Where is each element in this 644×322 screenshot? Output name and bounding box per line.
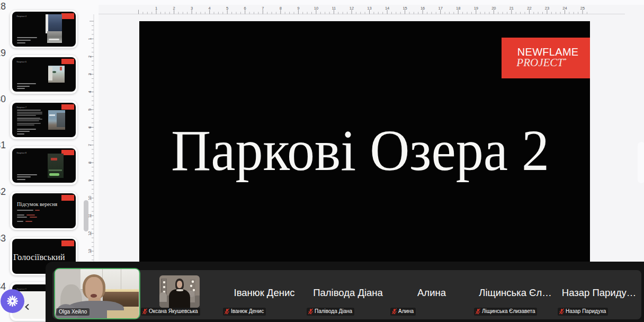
svg-text:9: 9 xyxy=(297,6,299,11)
svg-text:23: 23 xyxy=(545,6,549,11)
svg-text:25: 25 xyxy=(580,6,585,11)
svg-text:24: 24 xyxy=(562,6,567,11)
svg-text:21: 21 xyxy=(509,6,514,11)
svg-text:10: 10 xyxy=(87,196,92,200)
svg-text:20: 20 xyxy=(491,6,496,11)
svg-text:16: 16 xyxy=(421,6,425,11)
svg-text:1: 1 xyxy=(87,38,92,40)
svg-text:6: 6 xyxy=(244,6,246,11)
svg-text:5: 5 xyxy=(226,6,228,11)
svg-text:1: 1 xyxy=(155,6,157,11)
svg-text:13: 13 xyxy=(367,6,371,11)
svg-text:14: 14 xyxy=(385,6,389,11)
svg-text:13: 13 xyxy=(87,249,92,253)
svg-text:8: 8 xyxy=(280,6,282,11)
svg-text:6: 6 xyxy=(87,126,92,128)
svg-text:18: 18 xyxy=(456,6,460,11)
svg-text:8: 8 xyxy=(87,162,92,164)
svg-text:3: 3 xyxy=(191,6,193,11)
svg-text:2: 2 xyxy=(87,56,92,58)
svg-text:11: 11 xyxy=(332,6,336,11)
svg-text:3: 3 xyxy=(87,73,92,75)
svg-text:7: 7 xyxy=(262,6,264,11)
svg-text:11: 11 xyxy=(87,214,92,218)
svg-text:12: 12 xyxy=(87,231,92,236)
svg-text:4: 4 xyxy=(87,91,92,93)
svg-text:22: 22 xyxy=(527,6,531,11)
svg-text:5: 5 xyxy=(87,109,92,111)
svg-text:7: 7 xyxy=(87,144,92,146)
svg-text:10: 10 xyxy=(314,6,318,11)
svg-text:12: 12 xyxy=(350,6,354,11)
svg-text:17: 17 xyxy=(439,6,443,11)
svg-text:9: 9 xyxy=(87,180,92,182)
svg-text:2: 2 xyxy=(173,6,175,11)
svg-text:19: 19 xyxy=(474,6,478,11)
svg-text:15: 15 xyxy=(402,6,407,11)
svg-text:4: 4 xyxy=(209,6,211,11)
